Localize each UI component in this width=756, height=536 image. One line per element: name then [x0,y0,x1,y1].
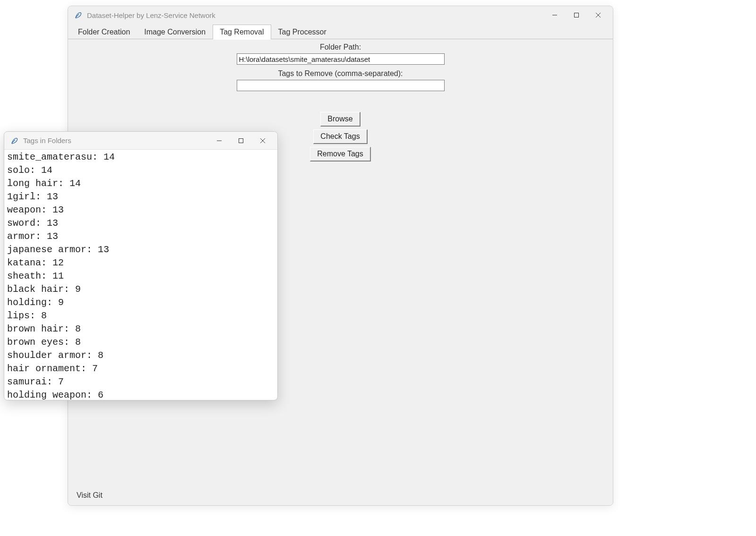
tags-titlebar[interactable]: Tags in Folders [4,132,277,150]
close-button[interactable] [587,8,609,23]
browse-button[interactable]: Browse [320,112,360,127]
tags-remove-input[interactable] [237,80,445,91]
check-tags-button[interactable]: Check Tags [313,129,367,144]
tags-window: Tags in Folders smite_amaterasu: 14 solo… [4,131,278,400]
tabs-row: Folder Creation Image Conversion Tag Rem… [68,24,613,39]
minimize-button[interactable] [544,8,566,23]
tags-minimize-button[interactable] [208,133,230,148]
main-titlebar[interactable]: Dataset-Helper by Lenz-Service Network [68,6,613,24]
main-window-title: Dataset-Helper by Lenz-Service Network [87,11,544,19]
tags-window-controls [208,133,274,148]
tab-tag-processor[interactable]: Tag Processor [271,25,334,39]
feather-icon [10,136,18,145]
svg-rect-2 [575,13,579,17]
feather-icon [74,11,82,19]
tags-maximize-button[interactable] [230,133,252,148]
tags-window-title: Tags in Folders [23,136,208,145]
visit-git-link[interactable]: Visit Git [77,491,103,500]
folder-path-input[interactable] [237,53,445,65]
statusbar: Visit Git [68,485,613,505]
window-controls [544,8,609,23]
remove-tags-button[interactable]: Remove Tags [310,147,371,162]
tag-list[interactable]: smite_amaterasu: 14 solo: 14 long hair: … [4,150,277,400]
tab-tag-removal[interactable]: Tag Removal [213,25,271,40]
maximize-button[interactable] [566,8,587,23]
tab-folder-creation[interactable]: Folder Creation [71,25,137,39]
svg-rect-7 [239,138,243,143]
folder-path-label: Folder Path: [237,43,445,51]
tab-image-conversion[interactable]: Image Conversion [137,25,213,39]
tags-remove-label: Tags to Remove (comma-separated): [237,69,445,78]
tags-close-button[interactable] [252,133,274,148]
